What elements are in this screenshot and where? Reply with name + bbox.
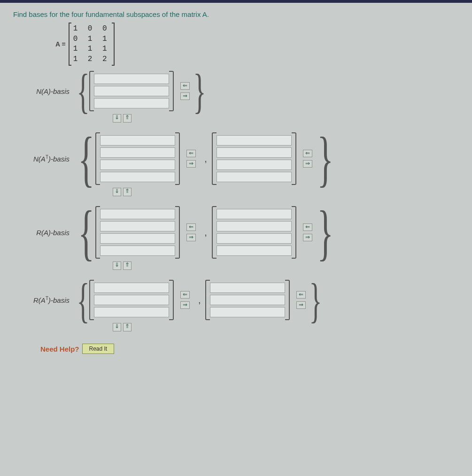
row-size-arrows: ⇓⇑ [113,114,459,123]
vector-entry-input[interactable] [100,246,175,256]
vector-entry-input[interactable] [217,147,292,158]
need-help: Need Help? Read It [40,344,459,354]
vector-entry-input[interactable] [94,307,169,317]
vector-group: ⇐⇒,⇐⇒ [97,206,314,259]
vector-entry-input[interactable] [217,233,292,244]
vector-separator: , [204,154,207,164]
brace-left-icon: { [78,131,94,187]
basis-row: R(AT)-basis{⇐⇒,⇐⇒} [13,278,459,322]
matrix-row: 1 2 2 [73,54,110,65]
basis-label: N(A)-basis [13,87,75,95]
column-size-arrows: ⇐⇒ [303,150,312,168]
row-size-arrows: ⇓⇑ [113,188,459,196]
basis-label: R(AT)-basis [13,296,75,304]
add-column-button[interactable]: ⇒ [303,234,312,241]
vector-entry-input[interactable] [100,233,175,244]
vector-entry-input[interactable] [100,172,175,182]
matrix-label: A = [55,40,66,48]
vector-entry-input[interactable] [100,135,175,146]
basis-row: N(AT)-basis{⇐⇒,⇐⇒} [13,131,459,187]
vector [97,206,178,259]
remove-row-button[interactable]: ⇑ [123,188,132,196]
vector-entry-input[interactable] [217,221,292,231]
vector-entry-input[interactable] [94,74,169,84]
matrix-row: 1 0 0 [73,24,110,34]
vector-entry-input[interactable] [94,98,169,108]
add-row-button[interactable]: ⇓ [113,261,121,270]
vector-entry-input[interactable] [210,283,285,293]
need-help-label: Need Help? [40,345,79,353]
question-content: Find bases for the four fundamental subs… [0,0,472,360]
brace-right-icon: } [317,131,333,187]
remove-column-button[interactable]: ⇐ [296,291,306,299]
vector-entry-input[interactable] [210,307,285,317]
column-size-arrows: ⇐⇒ [180,82,190,100]
vector-entry-input[interactable] [210,295,285,305]
row-size-arrows: ⇓⇑ [113,261,459,270]
vector [214,206,294,259]
matrix-body: 1 0 0 0 1 1 1 1 1 1 2 2 [69,23,115,65]
vector-group: ⇐⇒,⇐⇒ [91,280,308,320]
vector-entry-input[interactable] [94,86,169,96]
vector [97,132,178,185]
vector-entry-input[interactable] [217,135,292,146]
matrix-row: 0 1 1 [73,34,110,45]
column-size-arrows: ⇐⇒ [186,223,196,241]
column-size-arrows: ⇐⇒ [180,291,190,309]
vector-entry-input[interactable] [100,209,175,219]
add-column-button[interactable]: ⇒ [186,160,196,168]
vector [207,280,288,320]
brace-left-icon: { [78,205,94,261]
vector-entry-input[interactable] [100,160,175,170]
add-column-button[interactable]: ⇒ [296,301,306,309]
vector-entry-input[interactable] [217,209,292,219]
read-it-button[interactable]: Read It [82,344,115,354]
vector-group: ⇐⇒ [91,71,192,111]
column-size-arrows: ⇐⇒ [303,223,312,241]
add-column-button[interactable]: ⇒ [303,160,312,168]
add-column-button[interactable]: ⇒ [186,234,196,241]
remove-row-button[interactable]: ⇑ [123,323,132,331]
add-row-button[interactable]: ⇓ [113,323,121,331]
brace-left-icon: { [77,278,89,322]
remove-column-button[interactable]: ⇐ [180,82,190,90]
vector-entry-input[interactable] [100,147,175,158]
vector-entry-input[interactable] [100,221,175,231]
brace-right-icon: } [193,69,206,113]
brace-left-icon: { [77,69,89,113]
vector-group: ⇐⇒,⇐⇒ [97,132,314,185]
question-prompt: Find bases for the four fundamental subs… [13,10,459,18]
remove-row-button[interactable]: ⇑ [123,114,132,123]
brace-right-icon: } [317,205,333,261]
column-size-arrows: ⇐⇒ [186,150,196,168]
vector-separator: , [198,295,201,306]
matrix-row: 1 1 1 [73,44,110,54]
vector [91,280,172,320]
basis-row: R(A)-basis{⇐⇒,⇐⇒} [13,205,459,261]
matrix-display: A = 1 0 0 0 1 1 1 1 1 1 2 2 [55,23,459,65]
row-size-arrows: ⇓⇑ [113,323,459,331]
vector [91,71,172,111]
remove-column-button[interactable]: ⇐ [186,150,196,157]
vector-separator: , [204,227,207,238]
vector-entry-input[interactable] [94,283,169,293]
remove-row-button[interactable]: ⇑ [123,261,132,270]
vector-entry-input[interactable] [217,160,292,170]
remove-column-button[interactable]: ⇐ [303,150,312,157]
basis-label: N(AT)-basis [13,154,75,163]
basis-row: N(A)-basis{⇐⇒} [13,69,459,113]
remove-column-button[interactable]: ⇐ [180,291,190,299]
brace-right-icon: } [310,278,322,322]
vector [214,132,294,185]
column-size-arrows: ⇐⇒ [296,291,306,309]
add-column-button[interactable]: ⇒ [180,92,190,100]
vector-entry-input[interactable] [217,246,292,256]
basis-label: R(A)-basis [13,229,75,237]
add-column-button[interactable]: ⇒ [180,301,190,309]
vector-entry-input[interactable] [217,172,292,182]
remove-column-button[interactable]: ⇐ [303,223,312,231]
add-row-button[interactable]: ⇓ [113,188,121,196]
vector-entry-input[interactable] [94,295,169,305]
remove-column-button[interactable]: ⇐ [186,223,196,231]
add-row-button[interactable]: ⇓ [113,114,121,123]
